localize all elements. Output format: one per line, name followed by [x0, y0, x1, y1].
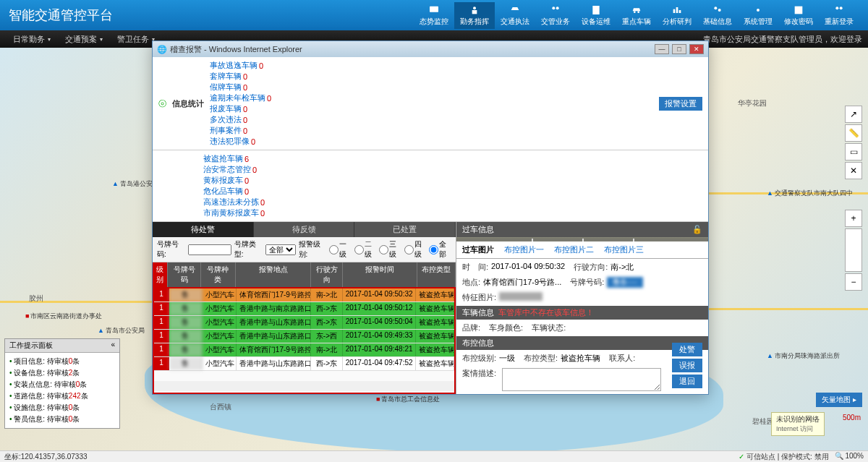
map-marker[interactable]: 交通警察支队市南大队四中 — [767, 189, 853, 198]
nav-analysis[interactable]: 分析研判 — [657, 2, 697, 29]
level-radio[interactable] — [404, 245, 414, 254]
table-row[interactable]: 1鲁小型汽车香港中路与南京路路口西->东2017-01-04 09:50:12被… — [154, 302, 454, 316]
map-marker[interactable]: 市南分局珠海路派出所 — [767, 351, 840, 361]
sub-plan[interactable]: 交通预案 — [58, 34, 110, 45]
alert-tabs: 待处警 待反馈 已处置 — [153, 222, 456, 237]
svg-rect-10 — [679, 10, 681, 13]
map-tool-clear-icon[interactable]: ✕ — [845, 162, 862, 179]
filter-row: 号牌号码: 号牌类型: 全部 报警级别: 一级二级三级四级全部 — [153, 237, 456, 262]
nav-info[interactable]: 基础信息 — [697, 2, 738, 29]
case-desc-input[interactable] — [502, 368, 661, 391]
svg-point-6 — [634, 11, 636, 13]
map-marker[interactable]: 青岛市公安局 — [98, 326, 145, 335]
minimize-button[interactable]: — — [655, 44, 669, 54]
img-tab-0[interactable]: 过车图片 — [462, 244, 494, 255]
svg-point-12 — [718, 9, 721, 12]
wifi-icon: ⦾ — [158, 98, 166, 110]
map-tool-arrow-icon[interactable]: ↗ — [845, 106, 862, 123]
map-zoom-out[interactable]: − — [845, 273, 862, 291]
table-row[interactable]: 1鲁小型汽车体育馆西门17-9号路控卡口南->北2017-01-04 09:48… — [154, 343, 454, 357]
tab-pending[interactable]: 待处警 — [153, 222, 254, 237]
app-title: 智能交通管控平台 — [9, 7, 414, 24]
grid-body[interactable]: 1鲁小型汽车体育馆西门17-9号路控卡口南->北2017-01-04 09:50… — [153, 287, 456, 394]
type-select[interactable]: 全部 — [265, 244, 296, 255]
stats-row-1: ⦾ 信息统计 事故逃逸车辆0套牌车辆0假牌车辆0逾期未年检车辆0报废车辆0多次违… — [153, 57, 708, 150]
false-alarm-button[interactable]: 误报 — [672, 359, 702, 372]
svg-point-1 — [473, 7, 476, 9]
svg-rect-8 — [673, 9, 676, 12]
alert-config-button[interactable]: 报警设置 — [659, 97, 702, 111]
table-row[interactable]: 1鲁小型汽车体育馆西门17-9号路控卡口南->北2017-01-04 09:50… — [154, 288, 454, 302]
work-panel: 工作提示面板« 项目信息: 待审核0条设备信息: 待审核2条安装点信息: 待审核… — [4, 338, 120, 429]
plate-input[interactable] — [188, 244, 231, 255]
svg-rect-0 — [430, 6, 438, 12]
nav-relogin[interactable]: 重新登录 — [819, 2, 859, 29]
detail-pane: 过车信息🔓 过车图片 布控图片一 布控图片二 布控图片三 时 间:2017-01… — [456, 222, 708, 394]
camera-image[interactable] — [456, 237, 708, 241]
level-radio[interactable] — [379, 245, 388, 254]
nav-vehicles[interactable]: 重点车辆 — [616, 2, 657, 29]
dialog-title: 稽查报警 - Windows Internet Explorer — [170, 44, 302, 55]
img-tab-1[interactable]: 布控图片一 — [504, 244, 544, 255]
close-button[interactable]: ✕ — [689, 44, 704, 54]
img-tab-2[interactable]: 布控图片二 — [554, 244, 594, 255]
welcome-text: 青岛市公安局交通警察支队管理员，欢迎登录 — [703, 34, 862, 45]
level-radio[interactable] — [429, 245, 438, 254]
tab-done[interactable]: 已处置 — [354, 222, 456, 237]
stats-row-2: 被盗抢车辆6治安常态管控0黄标报废车0危化品车辆0高速违法未分拣0市南黄标报废车… — [153, 150, 708, 222]
nav-ops[interactable]: 设备运维 — [576, 2, 616, 29]
map-marker[interactable]: 青岛市总工会信息处 — [376, 395, 440, 404]
map-zoom-in[interactable]: + — [845, 210, 862, 227]
pass-info: 时 间:2017-01-04 09:50:32 行驶方向:南->北 地点:体育馆… — [456, 259, 708, 306]
dialog-titlebar[interactable]: 🌐 稽查报警 - Windows Internet Explorer — □ ✕ — [153, 41, 708, 57]
maximize-button[interactable]: □ — [672, 44, 686, 54]
svg-point-7 — [637, 11, 639, 13]
lock-icon[interactable]: 🔓 — [692, 225, 702, 234]
svg-rect-2 — [472, 10, 477, 14]
nav-business[interactable]: 交管业务 — [535, 2, 576, 29]
trust-status: 可信站点 | 保护模式: 禁用 — [739, 452, 829, 462]
tab-feedback[interactable]: 待反馈 — [254, 222, 355, 237]
map-zoom-slider[interactable] — [845, 228, 862, 272]
network-tooltip: 未识别的网络Internet 访问 — [771, 412, 825, 436]
table-row[interactable]: 1鲁小型汽车香港中路与山东路路口西->东2017-01-04 09:50:04被… — [154, 316, 454, 330]
svg-rect-9 — [676, 7, 678, 13]
zoom-status[interactable]: 🔍 100% — [835, 452, 864, 462]
svg-point-16 — [840, 7, 843, 9]
map-tool-ruler-icon[interactable]: 📏 — [845, 124, 862, 142]
return-button[interactable]: 退回 — [672, 375, 702, 388]
status-bar: 坐标:120.41357,36.07333 可信站点 | 保护模式: 禁用 🔍 … — [0, 450, 868, 462]
map-scale: 500m — [843, 414, 861, 422]
coord-text: 坐标:120.41357,36.07333 — [4, 452, 88, 462]
map-marker[interactable]: 市南区云南路街道办事处 — [25, 312, 102, 321]
work-panel-collapse-icon[interactable]: « — [111, 341, 115, 351]
svg-point-3 — [552, 7, 555, 9]
table-row[interactable]: 1鲁小型汽车香港中路与山东路路口西->东2017-01-04 09:47:52被… — [154, 357, 454, 371]
action-buttons: 处警 误报 退回 — [672, 343, 702, 388]
map-type-toggle[interactable]: 矢量地图 ▸ — [816, 393, 862, 407]
ie-icon: 🌐 — [157, 45, 167, 54]
nav-password[interactable]: 修改密码 — [778, 2, 819, 29]
table-row[interactable]: 1鲁小型汽车香港中路与山东路路口东->西2017-01-04 09:49:33被… — [154, 330, 454, 343]
nav-system[interactable]: 系统管理 — [738, 2, 778, 29]
svg-point-4 — [556, 7, 559, 9]
top-bar: 智能交通管控平台 态势监控 勤务指挥 交通执法 交管业务 设备运维 重点车辆 分… — [0, 0, 868, 30]
nav-enforce[interactable]: 交通执法 — [495, 2, 535, 29]
svg-point-11 — [714, 7, 717, 9]
svg-rect-14 — [795, 6, 803, 14]
level-radio[interactable] — [329, 245, 339, 254]
svg-rect-5 — [592, 6, 599, 14]
alert-list-pane: 待处警 待反馈 已处置 号牌号码: 号牌类型: 全部 报警级别: 一级二级三级四… — [153, 222, 456, 394]
dispatch-button[interactable]: 处警 — [672, 343, 702, 356]
sub-daily[interactable]: 日常勤务 — [6, 34, 58, 45]
nav-monitor[interactable]: 态势监控 — [414, 2, 454, 29]
work-panel-title: 工作提示面板 — [9, 341, 53, 351]
main-nav: 态势监控 勤务指挥 交通执法 交管业务 设备运维 重点车辆 分析研判 基础信息 … — [414, 2, 859, 29]
img-tab-3[interactable]: 布控图片三 — [604, 244, 644, 255]
level-radio[interactable] — [354, 245, 364, 254]
nav-dispatch[interactable]: 勤务指挥 — [454, 2, 495, 29]
map-tool-area-icon[interactable]: ▭ — [845, 143, 862, 161]
svg-point-13 — [757, 9, 760, 12]
svg-point-15 — [835, 7, 838, 9]
grid-header: 级别 号牌号码 号牌种类 报警地点 行驶方向 报警时间 布控类型 — [153, 262, 456, 287]
